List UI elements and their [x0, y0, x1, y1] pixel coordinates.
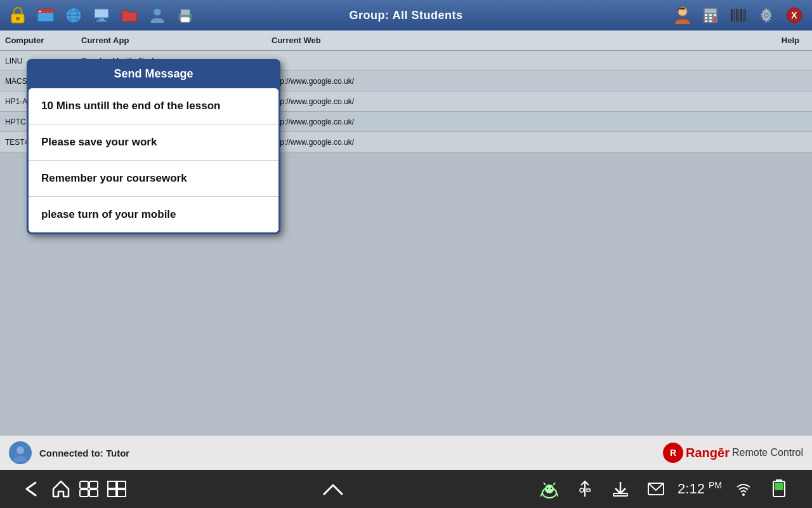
svg-rect-13 [96, 20, 107, 22]
svg-rect-44 [80, 481, 88, 488]
email-icon [642, 475, 670, 503]
bottom-nav-bar: 2:12 PM [0, 470, 812, 508]
svg-rect-30 [709, 20, 712, 22]
status-bar: Connected to: Tutor R Rangēr Remote Cont… [0, 435, 812, 470]
svg-rect-31 [731, 9, 733, 22]
ranger-r: Rang [686, 446, 717, 460]
svg-rect-62 [587, 489, 590, 491]
clock-display: 2:12 PM [678, 475, 722, 503]
svg-rect-34 [738, 9, 739, 22]
svg-point-56 [547, 488, 548, 489]
svg-rect-45 [89, 481, 98, 488]
globe-icon[interactable] [62, 4, 85, 27]
svg-point-61 [580, 488, 584, 492]
message-option-2[interactable]: Please save your work [29, 124, 278, 161]
ranger-circle-icon: R [663, 443, 683, 463]
wifi-icon [730, 475, 757, 503]
computer-icon[interactable] [90, 4, 113, 27]
toolbar-left [6, 4, 197, 27]
svg-rect-29 [705, 20, 707, 22]
svg-point-18 [188, 15, 191, 18]
svg-rect-1 [16, 17, 20, 20]
remote-control-text: Remote Control [732, 447, 803, 458]
message-option-3[interactable]: Remember your coursework [29, 161, 278, 197]
svg-rect-47 [89, 490, 98, 497]
svg-rect-28 [714, 17, 716, 22]
svg-rect-37 [745, 9, 746, 22]
svg-point-66 [742, 493, 745, 496]
ranger-brand-text: Rangēr [686, 446, 730, 460]
battery-icon [765, 475, 793, 503]
connection-status: Connected to: Tutor [39, 448, 129, 458]
download-icon [606, 475, 634, 503]
android-icon [535, 475, 563, 503]
modal-title: Send Message [29, 61, 278, 88]
svg-rect-25 [714, 14, 716, 16]
calculator-icon[interactable] [699, 4, 722, 27]
svg-rect-32 [734, 9, 735, 22]
svg-point-53 [545, 485, 554, 493]
svg-rect-35 [740, 9, 742, 22]
avatar [9, 441, 32, 464]
up-chevron-button[interactable] [319, 475, 347, 503]
home-button[interactable] [47, 475, 75, 503]
svg-rect-33 [736, 9, 738, 22]
back-button[interactable] [19, 475, 47, 503]
svg-point-40 [765, 14, 768, 17]
svg-line-55 [556, 493, 558, 497]
brand-area: R Rangēr Remote Control [663, 443, 803, 463]
teacher-icon[interactable] [671, 4, 694, 27]
exit-icon[interactable]: X [783, 4, 806, 27]
ranger-logo: R Rangēr Remote Control [663, 443, 803, 463]
printer-icon[interactable] [174, 4, 197, 27]
svg-rect-24 [709, 14, 712, 16]
svg-rect-36 [743, 9, 745, 22]
barcode-icon[interactable] [727, 4, 750, 27]
time-value: 2:12 [678, 481, 705, 497]
time-am-pm: PM [709, 480, 722, 490]
folder-icon[interactable] [118, 4, 141, 27]
svg-rect-17 [181, 17, 190, 22]
svg-rect-4 [39, 11, 41, 12]
window-icon[interactable] [34, 4, 57, 27]
svg-rect-48 [108, 481, 116, 488]
toolbar-right: X [671, 4, 806, 27]
svg-rect-26 [705, 17, 707, 19]
svg-line-58 [544, 483, 546, 485]
svg-rect-20 [680, 8, 685, 10]
svg-line-59 [553, 483, 555, 485]
lock-icon[interactable] [6, 4, 29, 27]
message-option-1[interactable]: 10 Mins untill the end of the lesson [29, 88, 278, 124]
main-content: Computer Current App Current Web Help LI… [0, 30, 812, 435]
svg-rect-16 [181, 10, 190, 15]
svg-rect-27 [709, 17, 712, 19]
svg-rect-23 [705, 14, 707, 16]
top-toolbar: Group: All Students [0, 0, 812, 30]
bottom-right-area: 2:12 PM [535, 475, 793, 503]
svg-rect-12 [99, 18, 104, 20]
svg-point-43 [16, 446, 24, 454]
time-display: 2:12 PM [678, 480, 722, 497]
svg-rect-49 [117, 481, 126, 488]
svg-point-57 [551, 488, 552, 489]
modal-content: 10 Mins untill the end of the lesson Ple… [29, 88, 278, 232]
svg-rect-51 [117, 490, 126, 497]
bottom-center [131, 475, 535, 503]
grid-button[interactable] [103, 475, 131, 503]
svg-text:X: X [791, 10, 797, 20]
modal-overlay: Send Message 10 Mins untill the end of t… [0, 30, 812, 435]
svg-line-54 [540, 493, 542, 497]
usb-icon [571, 475, 599, 503]
svg-rect-11 [95, 10, 108, 17]
svg-point-14 [154, 8, 161, 16]
ranger-er: ēr [717, 446, 730, 460]
message-option-4[interactable]: please turn of your mobile [29, 197, 278, 232]
svg-rect-46 [80, 490, 88, 497]
windows-button[interactable] [75, 475, 103, 503]
svg-rect-69 [775, 483, 783, 490]
svg-rect-22 [705, 9, 716, 13]
user-icon[interactable] [146, 4, 169, 27]
settings-icon[interactable] [755, 4, 778, 27]
send-message-modal: Send Message 10 Mins untill the end of t… [27, 59, 280, 234]
page-title: Group: All Students [350, 9, 463, 22]
